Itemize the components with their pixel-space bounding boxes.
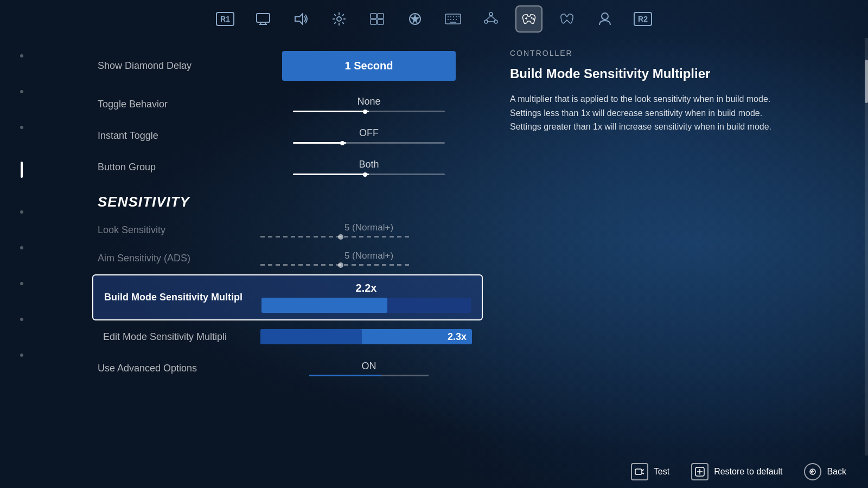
nav-audio-icon[interactable] (288, 5, 315, 33)
advanced-options-label: Use Advanced Options (98, 363, 260, 374)
svg-point-30 (531, 17, 533, 19)
info-title: Build Mode Sensitivity Multiplier (510, 66, 781, 81)
svg-rect-6 (371, 14, 376, 18)
toggle-behavior-label: Toggle Behavior (98, 99, 260, 110)
nav-gamepad2-icon[interactable] (553, 5, 580, 33)
main-content: Show Diamond Delay 1 Second Toggle Behav… (0, 38, 868, 488)
button-group-dot (363, 172, 367, 177)
nav-hud-icon[interactable] (363, 5, 391, 33)
nav-keyboard-icon[interactable] (439, 5, 467, 33)
show-diamond-delay-label: Show Diamond Delay (98, 60, 260, 72)
advanced-options-fill (309, 375, 381, 376)
show-diamond-delay-control[interactable]: 1 Second (260, 51, 477, 81)
show-diamond-delay-value[interactable]: 1 Second (282, 51, 456, 81)
nav-nodes-icon[interactable] (477, 5, 505, 33)
edit-mode-sensitivity-control[interactable]: 2.3x (260, 329, 472, 344)
sidebar-dot-5 (20, 246, 23, 249)
aim-sensitivity-label: Aim Sensitivity (ADS) (98, 253, 260, 264)
svg-rect-9 (378, 20, 384, 24)
restore-label: Restore to default (714, 467, 782, 477)
info-category: CONTROLLER (510, 49, 781, 57)
edit-mode-bar: 2.3x (260, 329, 472, 344)
restore-button[interactable]: Restore to default (691, 463, 782, 480)
aim-sensitivity-control[interactable]: 5 (Normal+) (260, 251, 477, 266)
nav-r2-icon[interactable]: R2 (629, 5, 656, 33)
build-mode-sensitivity-fill (261, 298, 387, 313)
look-sensitivity-row[interactable]: Look Sensitivity 5 (Normal+) (43, 216, 488, 244)
instant-toggle-track (293, 142, 445, 144)
instant-toggle-dot (340, 141, 344, 145)
instant-toggle-control[interactable]: OFF (260, 127, 477, 144)
scroll-track[interactable] (865, 38, 868, 455)
advanced-options-control[interactable]: ON (260, 361, 477, 376)
back-icon (804, 463, 821, 480)
look-sensitivity-control[interactable]: 5 (Normal+) (260, 222, 477, 237)
svg-rect-0 (257, 14, 270, 22)
sidebar-dot-8 (20, 354, 23, 357)
toggle-behavior-fill (293, 111, 369, 112)
aim-sensitivity-track (260, 264, 412, 266)
toggle-behavior-slider[interactable]: None (293, 96, 445, 112)
advanced-options-track (309, 375, 429, 376)
nav-controller-custom-icon[interactable] (401, 5, 429, 33)
show-diamond-delay-row[interactable]: Show Diamond Delay 1 Second (43, 43, 488, 88)
nav-user-icon[interactable] (591, 5, 618, 33)
edit-mode-sensitivity-row[interactable]: Edit Mode Sensitivity Multipli 2.3x (92, 323, 483, 351)
svg-point-23 (484, 20, 488, 23)
toggle-behavior-row[interactable]: Toggle Behavior None (43, 88, 488, 120)
button-group-value: Both (293, 159, 445, 170)
toggle-behavior-track (293, 111, 445, 112)
svg-line-25 (486, 16, 491, 20)
nav-r1-icon[interactable]: R1 (212, 5, 239, 33)
edit-mode-value: 2.3x (448, 331, 467, 343)
toggle-behavior-value: None (293, 96, 445, 107)
look-sensitivity-value: 5 (Normal+) (260, 222, 477, 233)
edit-mode-sensitivity-label: Edit Mode Sensitivity Multipli (103, 331, 260, 343)
sidebar-dot-7 (20, 318, 23, 321)
build-mode-sensitivity-track (261, 298, 471, 313)
back-button[interactable]: Back (804, 463, 846, 480)
svg-rect-33 (635, 469, 642, 474)
svg-marker-4 (295, 14, 303, 24)
build-mode-sensitivity-value: 2.2x (261, 282, 471, 294)
advanced-options-value: ON (260, 361, 477, 372)
info-panel: CONTROLLER Build Mode Sensitivity Multip… (488, 38, 803, 488)
advanced-options-row[interactable]: Use Advanced Options ON (43, 353, 488, 384)
top-navigation: R1 (0, 0, 868, 38)
aim-sensitivity-row[interactable]: Aim Sensitivity (ADS) 5 (Normal+) (43, 244, 488, 272)
restore-icon (691, 463, 709, 480)
sidebar-dot-4 (20, 210, 23, 214)
back-label: Back (827, 467, 846, 477)
button-group-control[interactable]: Both (260, 159, 477, 175)
svg-rect-7 (378, 14, 384, 18)
svg-point-31 (533, 18, 534, 20)
aim-sensitivity-dot (338, 262, 343, 268)
button-group-row[interactable]: Button Group Both (43, 151, 488, 183)
build-mode-sensitivity-control[interactable]: 2.2x (261, 282, 471, 313)
edit-mode-bar-fill (260, 329, 362, 344)
instant-toggle-label: Instant Toggle (98, 130, 260, 142)
nav-gear-icon[interactable] (326, 5, 353, 33)
button-group-fill (293, 174, 369, 175)
build-mode-sensitivity-label: Build Mode Sensitivity Multipl (104, 292, 261, 303)
button-group-track (293, 174, 445, 175)
bottom-bar: Test Restore to default Back (0, 455, 868, 488)
nav-monitor-icon[interactable] (250, 5, 277, 33)
svg-rect-8 (371, 20, 376, 24)
nav-gamepad-active-icon[interactable] (515, 5, 542, 33)
toggle-behavior-control[interactable]: None (260, 96, 477, 112)
look-sensitivity-dot (338, 234, 343, 240)
instant-toggle-fill (293, 142, 346, 144)
button-group-label: Button Group (98, 162, 260, 173)
instant-toggle-slider[interactable]: OFF (293, 127, 445, 144)
sidebar-dots (0, 38, 43, 488)
build-mode-sensitivity-row[interactable]: Build Mode Sensitivity Multipl 2.2x (92, 274, 483, 320)
test-button[interactable]: Test (631, 463, 669, 480)
sidebar-dot-active (21, 162, 23, 178)
svg-point-32 (602, 13, 608, 20)
instant-toggle-row[interactable]: Instant Toggle OFF (43, 120, 488, 151)
button-group-slider[interactable]: Both (293, 159, 445, 175)
svg-point-24 (494, 20, 497, 23)
scroll-thumb[interactable] (865, 60, 868, 103)
sidebar-dot-3 (20, 126, 23, 129)
